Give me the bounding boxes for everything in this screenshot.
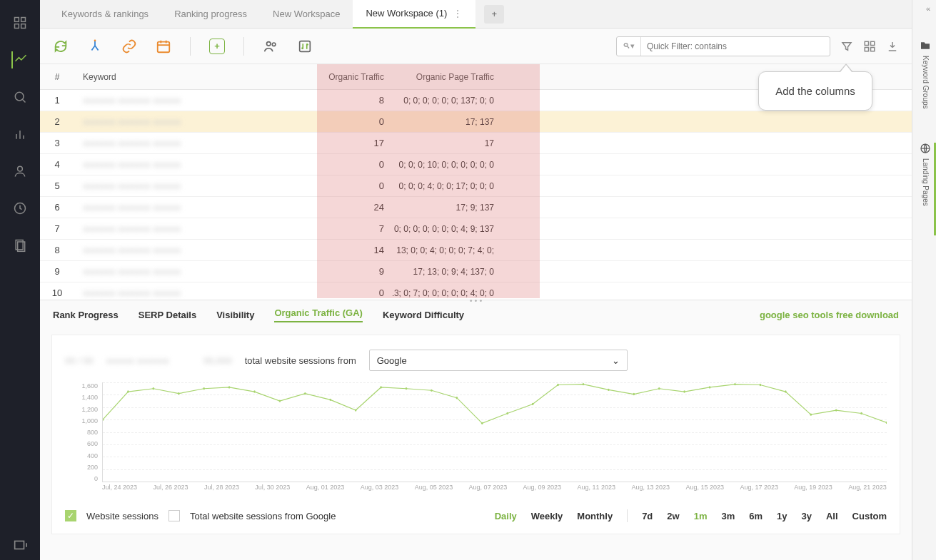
right-rail-landing-pages[interactable]: Landing Pages [915,143,936,206]
nav-analytics-icon[interactable] [11,51,29,68]
left-nav-rail [0,0,40,560]
range-3m[interactable]: 3m [721,511,735,521]
table-row[interactable]: 7xxxxxxx xxxxxxx xxxxxx70; 0; 0; 0; 0; 0… [40,218,912,240]
panel-drag-handle[interactable]: • • • [470,296,483,305]
right-rail-collapse-icon[interactable]: « [926,4,930,13]
refresh-icon[interactable] [53,39,69,54]
svg-point-39 [380,386,382,388]
dtab-keyword-difficulty[interactable]: Keyword Difficulty [383,310,464,320]
cell-organic-traffic: 17 [281,138,393,148]
range-2w[interactable]: 2w [667,511,679,521]
range-6m[interactable]: 6m [749,511,763,521]
th-organic-traffic[interactable]: Organic Traffic [281,64,393,89]
distribute-icon[interactable] [87,39,103,54]
link-icon[interactable] [121,39,137,54]
svg-rect-25 [871,41,875,45]
svg-point-16 [94,39,96,41]
table-row[interactable]: 6xxxxxxx xxxxxxx xxxxxx2417; 9; 137 [40,197,912,218]
add-tab-button[interactable]: + [484,5,504,24]
table-row[interactable]: 3xxxxxxx xxxxxxx xxxxxx1717 [40,133,912,154]
nav-dashboard-icon[interactable] [11,14,29,31]
nav-user-icon[interactable] [11,163,29,180]
range-3y[interactable]: 3y [802,511,812,521]
cell-organic-traffic: 0 [281,287,393,298]
legend-website-sessions-checkbox[interactable]: ✓ [65,510,76,521]
tab-ranking-progress[interactable]: Ranking progress [161,0,260,29]
svg-point-29 [127,390,129,392]
sort-icon[interactable] [297,39,313,54]
tab-more-icon[interactable]: ⋮ [453,8,463,19]
cell-number: 10 [40,287,74,298]
range-all[interactable]: All [826,511,838,521]
range-daily[interactable]: Daily [495,511,517,521]
svg-point-38 [355,409,357,411]
cell-organic-page-traffic: 0; 0; 0; 0; 0; 0; 0; 4; 9; 137 [393,224,504,234]
cell-organic-traffic: 9 [281,266,393,277]
cell-organic-page-traffic: 17; 13; 0; 9; 4; 137; 0 [393,267,504,277]
range-monthly[interactable]: Monthly [577,511,613,521]
svg-point-22 [272,42,276,46]
range-1y[interactable]: 1y [777,511,787,521]
svg-rect-17 [158,41,170,52]
range-1m[interactable]: 1m [694,511,708,521]
quick-filter-field[interactable] [641,41,830,51]
svg-rect-1 [21,18,26,22]
calendar-icon[interactable] [156,39,171,54]
svg-point-57 [835,409,837,411]
right-rail-keyword-groups[interactable]: Keyword Groups [915,40,936,108]
dtab-rank-progress[interactable]: Rank Progress [53,310,119,320]
workspace-tabs: Keywords & rankings Ranking progress New… [40,0,912,29]
range-weekly[interactable]: Weekly [531,511,563,521]
cell-keyword-blurred: xxxxxxx xxxxxxx xxxxxx [74,223,281,234]
y-axis-ticks: 1,6001,4001,2001,0008006004002000 [65,382,98,482]
th-number[interactable]: # [40,64,74,89]
range-custom[interactable]: Custom [852,511,887,521]
columns-icon[interactable] [863,40,876,53]
sessions-from-label: total website sessions from [245,355,356,366]
detail-keyword-link[interactable]: google seo tools free download [760,310,899,320]
tab-new-workspace-1[interactable]: New Workspace (1)⋮ [353,0,475,29]
svg-point-32 [203,387,205,390]
table-row[interactable]: 2xxxxxxx xxxxxxx xxxxxx017; 137 [40,111,912,133]
nav-search-icon[interactable] [11,88,29,106]
filter-icon[interactable] [840,40,853,53]
cell-number: 2 [40,116,74,127]
svg-point-45 [532,403,534,405]
table-row[interactable]: 4xxxxxxx xxxxxxx xxxxxx00; 0; 0; 10; 0; … [40,154,912,175]
legend-total-sessions-label: Total website sessions from Google [190,511,336,521]
cell-organic-page-traffic: 0; 0; 0; 0; 0; 0; 137; 0; 0 [393,96,504,106]
dtab-organic-traffic[interactable]: Organic Traffic (GA) [274,307,363,322]
toolbar-right: 🔍︎▾ [616,36,899,56]
range-7d[interactable]: 7d [642,511,653,521]
quick-filter-input[interactable]: 🔍︎▾ [616,36,830,56]
detail-tabs: Rank Progress SERP Details Visibility Or… [40,300,912,329]
add-keyword-button[interactable]: + [209,39,225,54]
users-icon[interactable] [263,39,278,54]
table-row[interactable]: 8xxxxxxx xxxxxxx xxxxxx1413; 0; 0; 4; 0;… [40,240,912,261]
dtab-serp-details[interactable]: SERP Details [139,310,196,320]
tab-keywords-rankings[interactable]: Keywords & rankings [49,0,161,29]
nav-reports-icon[interactable] [11,126,29,143]
table-row[interactable]: 5xxxxxxx xxxxxxx xxxxxx00; 0; 0; 4; 0; 0… [40,175,912,197]
th-organic-page-traffic[interactable]: Organic Page Traffic [393,64,504,89]
table-row[interactable]: 9xxxxxxx xxxxxxx xxxxxx917; 13; 0; 9; 4;… [40,261,912,282]
th-keyword[interactable]: Keyword [74,64,281,89]
cell-number: 6 [40,202,74,213]
legend-total-sessions-checkbox[interactable] [168,510,180,521]
download-icon[interactable] [886,40,899,53]
source-select[interactable]: Google ⌄ [369,350,628,371]
nav-collapse-icon[interactable] [0,537,40,553]
cell-organic-page-traffic: 13; 0; 7; 0; 0; 0; 0; 0; 4; 0; 0 [393,288,504,298]
search-dropdown-icon[interactable]: 🔍︎▾ [617,37,641,56]
tab-new-workspace[interactable]: New Workspace [260,0,353,29]
dtab-visibility[interactable]: Visibility [216,310,254,320]
svg-point-42 [456,397,458,399]
nav-pages-icon[interactable] [11,237,29,254]
range-options: Daily Weekly Monthly 7d 2w 1m 3m 6m 1y 3… [495,509,887,522]
right-rail-tab2-label: Landing Pages [922,158,930,206]
svg-point-4 [15,92,24,101]
right-rail: « Keyword Groups Landing Pages [912,0,936,560]
main-area: Keywords & rankings Ranking progress New… [40,0,912,560]
cell-organic-traffic: 7 [281,223,393,234]
nav-history-icon[interactable] [11,200,29,217]
